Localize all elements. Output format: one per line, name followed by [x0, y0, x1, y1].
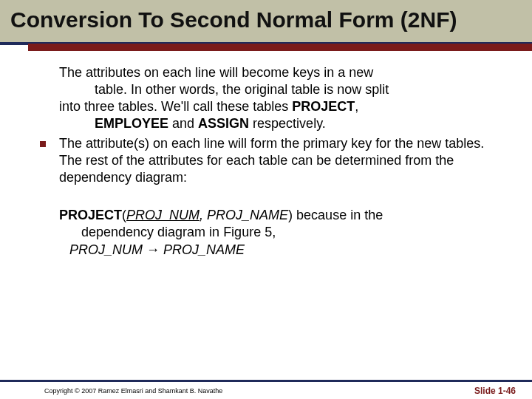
p1-end: respectively.: [249, 116, 326, 131]
def-line2: dependency diagram in Figure 5,: [59, 224, 488, 241]
bullet-square-icon: [40, 141, 46, 147]
divider-left: [0, 44, 28, 51]
def-projname: PROJ_NAME: [207, 208, 288, 222]
def-project-label: PROJECT: [59, 208, 122, 222]
def-fd-right: PROJ_NAME: [163, 242, 245, 257]
bullet-text: The attribute(s) on each line will form …: [59, 135, 488, 186]
def-fd-left: PROJ_NUM: [69, 242, 143, 257]
p1-line1: The attributes on each line will become …: [59, 64, 488, 81]
paragraph-1: The attributes on each line will become …: [59, 64, 488, 132]
title-band: Conversion To Second Normal Form (2NF): [0, 0, 532, 44]
slide-title: Conversion To Second Normal Form (2NF): [10, 7, 522, 33]
p1-and: and: [168, 116, 198, 131]
p1-line2: table. In other words, the original tabl…: [59, 81, 488, 98]
def-line1: PROJECT(PROJ_NUM, PROJ_NAME) because in …: [59, 207, 488, 224]
p1-line4: EMPLOYEE and ASSIGN respectively.: [59, 115, 488, 132]
content-area: The attributes on each line will become …: [0, 51, 532, 259]
arrow-icon: →: [143, 242, 163, 257]
divider: [0, 44, 532, 51]
divider-right: [28, 44, 532, 51]
copyright-text: Copyright © 2007 Ramez Elmasri and Shamk…: [44, 387, 222, 395]
def-line3: PROJ_NUM → PROJ_NAME: [59, 242, 488, 259]
slide-number: Slide 1-46: [474, 386, 516, 396]
p1-assign: ASSIGN: [198, 116, 249, 131]
def-comma: ,: [200, 208, 207, 222]
p1-sep: ,: [355, 99, 358, 114]
bullet-item: The attribute(s) on each line will form …: [59, 135, 488, 186]
def-projnum: PROJ_NUM: [126, 208, 200, 222]
definition-block: PROJECT(PROJ_NUM, PROJ_NAME) because in …: [59, 207, 488, 259]
p1-employee: EMPLOYEE: [95, 116, 168, 131]
p1-line3-pre: into three tables. We'll call these tabl…: [59, 99, 292, 114]
footer: Copyright © 2007 Ramez Elmasri and Shamk…: [0, 380, 532, 399]
p1-project: PROJECT: [292, 99, 355, 114]
p1-line3: into three tables. We'll call these tabl…: [59, 98, 488, 115]
def-close-because: ) because in the: [288, 208, 383, 222]
